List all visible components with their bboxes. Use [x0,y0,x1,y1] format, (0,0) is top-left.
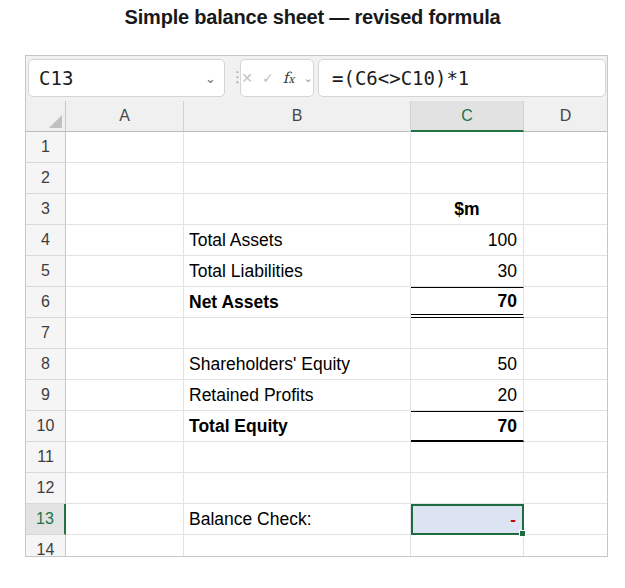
grid-row-3: 3 $m [26,194,607,225]
grid-row-8: 8 Shareholders' Equity 50 [26,349,607,380]
cell-A4[interactable] [66,225,184,256]
cell-C5[interactable]: 30 [411,256,524,287]
cell-D2[interactable] [524,163,607,194]
row-header-7[interactable]: 7 [26,318,66,349]
cancel-icon[interactable]: ✕ [241,70,253,86]
select-all-triangle-icon [49,115,62,128]
cell-B9-retained-profits[interactable]: Retained Profits [184,380,411,411]
name-box-value: C13 [39,67,73,89]
cell-C11[interactable] [411,442,524,473]
cell-B7[interactable] [184,318,411,349]
row-header-14[interactable]: 14 [26,535,66,557]
cell-A3[interactable] [66,194,184,225]
row-header-9[interactable]: 9 [26,380,66,411]
row-header-8[interactable]: 8 [26,349,66,380]
column-header-C[interactable]: C [411,101,524,132]
grid-row-9: 9 Retained Profits 20 [26,380,607,411]
row-header-6[interactable]: 6 [26,287,66,318]
grid-row-13: 13 Balance Check: - [26,504,607,535]
select-all-corner[interactable] [26,101,66,132]
cell-A10[interactable] [66,411,184,442]
cell-A2[interactable] [66,163,184,194]
cell-A12[interactable] [66,473,184,504]
fill-handle[interactable] [519,530,526,537]
cell-C6-net-assets-value[interactable]: 70 [411,287,524,318]
page-title: Simple balance sheet — revised formula [0,6,625,29]
cell-C8[interactable]: 50 [411,349,524,380]
cell-A14[interactable] [66,535,184,557]
grid-row-1: 1 [26,132,607,163]
cell-D1[interactable] [524,132,607,163]
cell-B14[interactable] [184,535,411,557]
formula-buttons: ✕ ✓ fx ⌄ [240,59,314,97]
grid-row-12: 12 [26,473,607,504]
grid-row-7: 7 [26,318,607,349]
row-header-12[interactable]: 12 [26,473,66,504]
column-header-A[interactable]: A [66,101,184,132]
cell-A9[interactable] [66,380,184,411]
column-header-row: A B C D [26,101,607,132]
cell-B12[interactable] [184,473,411,504]
cell-B10-total-equity[interactable]: Total Equity [184,411,411,442]
cell-C1[interactable] [411,132,524,163]
cell-C10-total-equity-value[interactable]: 70 [411,411,524,442]
row-header-11[interactable]: 11 [26,442,66,473]
row-header-5[interactable]: 5 [26,256,66,287]
chevron-down-icon[interactable]: ⌄ [205,72,216,85]
cell-B5-total-liabilities[interactable]: Total Liabilities [184,256,411,287]
cell-B1[interactable] [184,132,411,163]
insert-function-icon[interactable]: fx [283,69,295,87]
row-header-4[interactable]: 4 [26,225,66,256]
column-header-D[interactable]: D [524,101,607,132]
cell-C2[interactable] [411,163,524,194]
cell-D7[interactable] [524,318,607,349]
grid-row-10: 10 Total Equity 70 [26,411,607,442]
cell-D4[interactable] [524,225,607,256]
cell-B13-balance-check[interactable]: Balance Check: [184,504,411,535]
column-header-B[interactable]: B [184,101,411,132]
cell-C4[interactable]: 100 [411,225,524,256]
enter-icon[interactable]: ✓ [262,70,274,86]
cell-A7[interactable] [66,318,184,349]
cell-D14[interactable] [524,535,607,557]
row-header-3[interactable]: 3 [26,194,66,225]
name-box[interactable]: C13 ⌄ [28,59,225,97]
cell-D3[interactable] [524,194,607,225]
grid-row-14: 14 [26,535,607,557]
cell-D12[interactable] [524,473,607,504]
cell-A11[interactable] [66,442,184,473]
cell-A8[interactable] [66,349,184,380]
cell-B11[interactable] [184,442,411,473]
cell-D13[interactable] [524,504,607,535]
fx-chevron-down-icon[interactable]: ⌄ [304,73,313,84]
cell-B8-shareholders-equity[interactable]: Shareholders' Equity [184,349,411,380]
row-header-2[interactable]: 2 [26,163,66,194]
cell-A5[interactable] [66,256,184,287]
row-header-10[interactable]: 10 [26,411,66,442]
cell-C12[interactable] [411,473,524,504]
cell-D11[interactable] [524,442,607,473]
formula-input[interactable]: =(C6<>C10)*1 [318,59,606,97]
cell-D10[interactable] [524,411,607,442]
cell-D9[interactable] [524,380,607,411]
cell-A6[interactable] [66,287,184,318]
cell-B4-total-assets[interactable]: Total Assets [184,225,411,256]
row-header-1[interactable]: 1 [26,132,66,163]
cell-C9[interactable]: 20 [411,380,524,411]
grid-row-6: 6 Net Assets 70 [26,287,607,318]
cell-C13-selected[interactable]: - [411,504,524,535]
formula-text: =(C6<>C10)*1 [332,67,469,89]
cell-B2[interactable] [184,163,411,194]
cell-A1[interactable] [66,132,184,163]
cell-C14[interactable] [411,535,524,557]
cell-B6-net-assets[interactable]: Net Assets [184,287,411,318]
row-header-13[interactable]: 13 [26,504,66,535]
cell-D8[interactable] [524,349,607,380]
cell-B3[interactable] [184,194,411,225]
cell-A13[interactable] [66,504,184,535]
cell-C7[interactable] [411,318,524,349]
cell-D5[interactable] [524,256,607,287]
cell-C3-units[interactable]: $m [411,194,524,225]
formula-bar: C13 ⌄ ⋮ ✕ ✓ fx ⌄ =(C6<>C10)*1 [26,56,607,101]
cell-D6[interactable] [524,287,607,318]
